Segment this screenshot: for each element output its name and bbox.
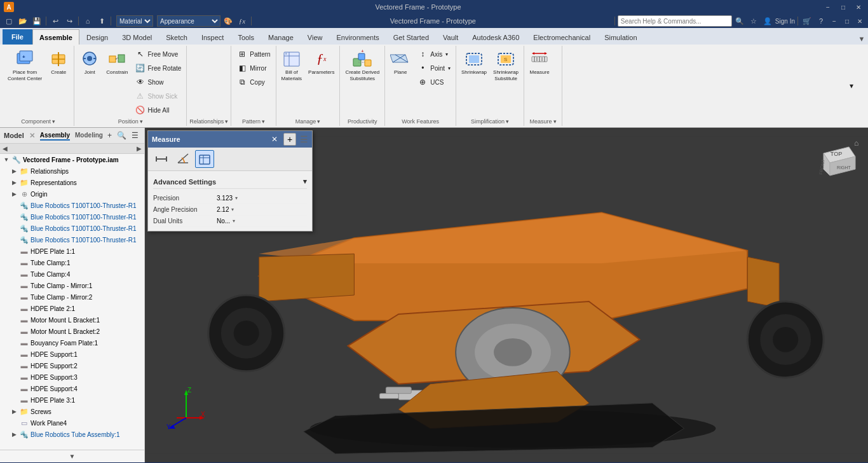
- tab-inspect[interactable]: Inspect: [194, 29, 231, 45]
- tree-item-motorL2[interactable]: ▬ Motor Mount L Bracket:2: [0, 326, 144, 337]
- tree-item-tubeclamp1[interactable]: ▬ Tube Clamp:1: [0, 257, 144, 268]
- tab-design[interactable]: Design: [79, 29, 115, 45]
- tree-item-screws[interactable]: ▶ 📁 Screws: [0, 406, 144, 417]
- tree-item-thruster1[interactable]: 🔩 Blue Robotics T100T100-Thruster-R1: [0, 200, 144, 211]
- tree-expand-root[interactable]: ▼: [3, 156, 10, 163]
- color-icon[interactable]: 🎨: [222, 15, 234, 27]
- tree-item-hdpeS4[interactable]: ▬ HDPE Support:4: [0, 383, 144, 394]
- plane-button[interactable]: Plane: [388, 47, 413, 76]
- tree-item-hdpe1[interactable]: ▬ HDPE Plate 1:1: [0, 245, 144, 257]
- tab-3dmodel[interactable]: 3D Model: [115, 29, 159, 45]
- cart-icon[interactable]: 🛒: [801, 15, 813, 27]
- minimize-button[interactable]: −: [822, 2, 834, 12]
- create-derived-button[interactable]: + Create DerivedSubstitutes: [342, 47, 382, 83]
- tab-manage[interactable]: Manage: [261, 29, 301, 45]
- qa-home-btn[interactable]: ⌂: [81, 15, 94, 27]
- tab-simulation[interactable]: Simulation: [597, 29, 644, 45]
- fx-icon[interactable]: ƒx: [236, 15, 248, 27]
- tree-expand-reps[interactable]: ▶: [10, 179, 18, 186]
- constrain-button[interactable]: Constrain: [104, 47, 130, 76]
- angle-precision-dropdown[interactable]: ▾: [231, 207, 234, 212]
- mirror-button[interactable]: ◧ Mirror: [234, 61, 273, 75]
- restore-button[interactable]: □: [837, 2, 849, 12]
- tree-expand-br[interactable]: ▶: [10, 431, 18, 438]
- min-btn2[interactable]: −: [829, 16, 840, 26]
- tab-environments[interactable]: Environments: [329, 29, 386, 45]
- restore-btn2[interactable]: □: [841, 16, 853, 26]
- sidebar-close-btn[interactable]: ✕: [29, 132, 35, 140]
- tree-item-thruster4[interactable]: 🔩 Blue Robotics T100T100-Thruster-R1: [0, 234, 144, 245]
- tab-file[interactable]: File: [3, 29, 32, 45]
- tree-item-blueRobotics[interactable]: ▶ 🔩 Blue Robotics Tube Assembly:1: [0, 429, 144, 440]
- hide-all-button[interactable]: 🚫 Hide All: [132, 103, 184, 117]
- scroll-down-btn[interactable]: ▼: [0, 450, 144, 462]
- qa-redo-btn[interactable]: ↪: [63, 15, 76, 27]
- scroll-right-btn[interactable]: ▶: [137, 145, 142, 152]
- material-dropdown[interactable]: Material: [116, 15, 153, 27]
- scroll-left-btn[interactable]: ◀: [3, 145, 8, 152]
- point-dropdown[interactable]: ▾: [448, 66, 451, 71]
- tree-expand-screws[interactable]: ▶: [10, 408, 18, 415]
- dual-units-dropdown[interactable]: ▾: [233, 218, 235, 224]
- tree-item-thruster2[interactable]: 🔩 Blue Robotics T100T100-Thruster-R1: [0, 211, 144, 223]
- tab-a360[interactable]: Autodesk A360: [465, 29, 526, 45]
- sign-in-label[interactable]: Sign In: [775, 18, 795, 25]
- axis-button[interactable]: ↕ Axis ▾: [414, 47, 453, 61]
- tab-view[interactable]: View: [301, 29, 330, 45]
- shrinkwrap-button[interactable]: Shrinkwrap: [459, 47, 489, 76]
- tree-item-hdpe3[interactable]: ▬ HDPE Plate 3:1: [0, 394, 144, 406]
- tree-item-bouyancy[interactable]: ▬ Bouyancy Foam Plate:1: [0, 337, 144, 349]
- tree-item-tubeclampM2[interactable]: ▬ Tube Clamp - Mirror:2: [0, 291, 144, 303]
- free-rotate-button[interactable]: 🔄 Free Rotate: [132, 61, 184, 75]
- shrinkwrap-substitute-button[interactable]: S ShrinkwrapSubstitute: [491, 47, 521, 83]
- precision-value[interactable]: 3.123 ▾: [217, 195, 238, 202]
- create-button[interactable]: Create: [46, 47, 71, 76]
- appearance-dropdown[interactable]: Appearance: [157, 15, 220, 27]
- show-sick-button[interactable]: ⚠ Show Sick: [132, 89, 184, 103]
- tab-modeling[interactable]: Modeling: [75, 131, 103, 141]
- params-button[interactable]: ƒx Parameters: [306, 47, 337, 76]
- viewcube[interactable]: TOP FRONT RIGHT ⌂: [811, 134, 862, 185]
- tree-item-representations[interactable]: ▶ 📁 Representations: [0, 177, 144, 188]
- qa-new-btn[interactable]: ▢: [3, 15, 15, 27]
- measure-panel-close-btn[interactable]: ✕: [269, 134, 280, 144]
- sidebar-tree[interactable]: ▼ 🔧 Vectored Frame - Prototype.iam ▶ 📁 R…: [0, 154, 144, 450]
- tree-item-root[interactable]: ▼ 🔧 Vectored Frame - Prototype.iam: [0, 154, 144, 165]
- search-input[interactable]: [618, 15, 732, 27]
- viewport[interactable]: Measure ✕ + ☰: [145, 128, 868, 462]
- angle-precision-value[interactable]: 2.12 ▾: [217, 206, 234, 213]
- precision-dropdown[interactable]: ▾: [235, 195, 238, 201]
- add-tab-button[interactable]: +: [105, 130, 114, 141]
- tree-expand-origin[interactable]: ▶: [10, 190, 18, 198]
- tab-assemble[interactable]: Assemble: [32, 29, 79, 45]
- advanced-settings-toggle[interactable]: Advanced Settings ▾: [153, 175, 307, 189]
- tree-item-relationships[interactable]: ▶ 📁 Relationships: [0, 165, 144, 177]
- place-from-content-center-button[interactable]: + Place fromContent Center: [5, 47, 44, 83]
- tree-item-hdpeS1[interactable]: ▬ HDPE Support:1: [0, 349, 144, 360]
- qa-undo-btn[interactable]: ↩: [49, 15, 62, 27]
- axis-dropdown[interactable]: ▾: [445, 52, 448, 57]
- measure-distance-btn[interactable]: [152, 150, 171, 168]
- joint-button[interactable]: Joint: [77, 47, 102, 76]
- tree-item-workplane4[interactable]: ▭ Work Plane4: [0, 417, 144, 429]
- tree-item-tubeclamp4[interactable]: ▬ Tube Clamp:4: [0, 268, 144, 280]
- bom-button[interactable]: ≡ Bill ofMaterials: [279, 47, 304, 83]
- qa-save-btn[interactable]: 💾: [31, 15, 43, 27]
- close-btn2[interactable]: ✕: [854, 16, 865, 26]
- pattern-button[interactable]: ⊞ Pattern: [234, 47, 273, 61]
- search-sidebar-button[interactable]: 🔍: [115, 130, 128, 141]
- qa-share-btn[interactable]: ⬆: [95, 15, 108, 27]
- tree-item-thruster3[interactable]: 🔩 Blue Robotics T100T100-Thruster-R1: [0, 223, 144, 234]
- sidebar-menu-button[interactable]: ☰: [130, 130, 140, 141]
- ucs-button[interactable]: ⊕ UCS: [414, 75, 453, 89]
- tab-tools[interactable]: Tools: [231, 29, 261, 45]
- tree-item-tubeclampM1[interactable]: ▬ Tube Clamp - Mirror:1: [0, 280, 144, 291]
- ribbon-options-button[interactable]: ▾: [839, 74, 864, 97]
- measure-angle-btn[interactable]: [173, 150, 193, 168]
- bookmark-icon[interactable]: ☆: [747, 15, 760, 27]
- measure-panel-menu-btn[interactable]: ☰: [300, 134, 308, 144]
- free-move-button[interactable]: ↖ Free Move: [132, 47, 184, 61]
- measure-button[interactable]: Measure: [527, 47, 552, 76]
- measure-panel-add-btn[interactable]: +: [283, 133, 296, 146]
- tab-getstarted[interactable]: Get Started: [386, 29, 436, 45]
